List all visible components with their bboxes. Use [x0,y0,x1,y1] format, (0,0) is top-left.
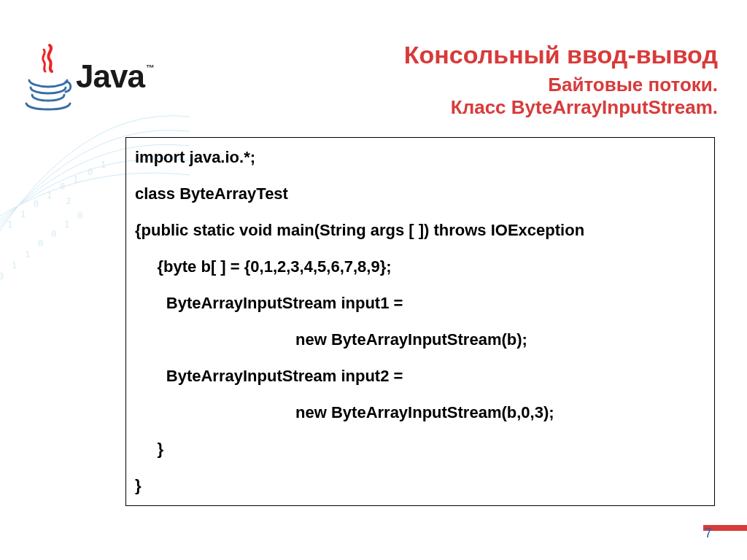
code-line: ByteArrayInputStream input2 = [135,367,705,386]
code-line: {byte b[ ] = {0,1,2,3,4,5,6,7,8,9}; [135,257,705,276]
logo-trademark: ™ [146,63,154,73]
svg-text:1: 1 [12,260,17,271]
code-line: class ByteArrayTest [135,184,705,203]
title-sub-2: Класс ByteArrayInputStream. [277,96,718,119]
svg-text:0: 0 [51,229,56,239]
svg-text:0: 0 [88,167,93,177]
code-line: import java.io.*; [135,148,705,167]
svg-text:0: 0 [60,182,65,192]
java-cup-icon [22,42,74,111]
svg-text:2: 2 [66,196,71,206]
code-line: new ByteArrayInputStream(b,0,3); [135,403,705,422]
svg-text:1: 1 [101,160,106,170]
code-line: } [135,476,705,495]
code-line: {public static void main(String args [ ]… [135,221,705,240]
svg-text:1: 1 [25,249,30,260]
logo-word: Java [76,58,144,94]
svg-text:0: 0 [0,271,4,281]
code-box: import java.io.*; class ByteArrayTest {p… [125,137,715,506]
slide-title: Консольный ввод-вывод Байтовые потоки. К… [277,41,718,119]
page-number: 7 [705,526,712,541]
svg-text:1: 1 [7,219,12,230]
svg-text:0: 0 [38,238,43,249]
svg-text:0: 0 [34,199,39,209]
title-sub-1: Байтовые потоки. [277,74,718,96]
code-line: new ByteArrayInputStream(b); [135,330,705,349]
title-main: Консольный ввод-вывод [277,41,718,69]
svg-text:1: 1 [47,190,52,201]
code-line: } [135,440,705,459]
svg-text:1: 1 [20,209,26,219]
logo-text: Java™ [76,58,152,95]
java-logo: Java™ [22,42,152,111]
svg-text:0: 0 [77,211,82,221]
svg-text:1: 1 [64,219,69,230]
svg-text:1: 1 [73,174,78,184]
code-line: ByteArrayInputStream input1 = [135,294,705,313]
